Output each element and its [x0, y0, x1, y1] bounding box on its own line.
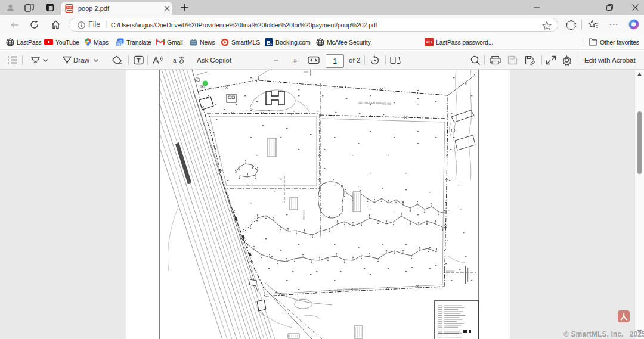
svg-text:PDF: PDF	[67, 6, 72, 9]
svg-text:OLD TAGGEN SPRING RD: OLD TAGGEN SPRING RD	[358, 101, 391, 105]
svg-text:a: a	[173, 57, 177, 64]
svg-text:B: B	[267, 39, 271, 45]
svg-text:WETLAND: WETLAND	[302, 210, 305, 220]
svg-text:g: g	[117, 41, 120, 46]
